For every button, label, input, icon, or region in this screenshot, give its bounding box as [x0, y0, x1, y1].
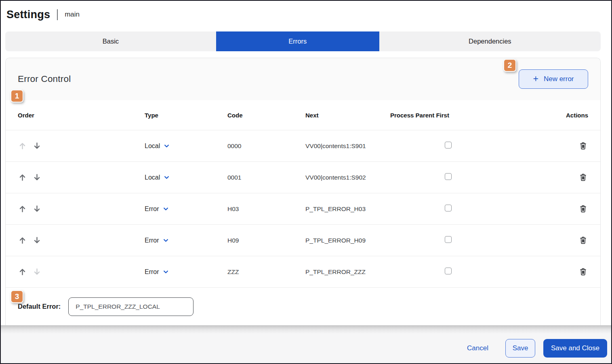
trash-icon — [579, 204, 587, 213]
move-down-button[interactable] — [32, 267, 42, 276]
order-cell — [18, 236, 145, 245]
process-parent-first-checkbox[interactable] — [445, 205, 452, 211]
error-control-panel: Error Control + New error 2 1 Order Type… — [5, 58, 601, 325]
column-header-actions: Actions — [566, 112, 588, 119]
column-header-next: Next — [305, 112, 390, 119]
code-cell: 0001 — [227, 174, 305, 181]
process-parent-first-checkbox[interactable] — [445, 268, 452, 274]
table-row: Error ZZZ P_TPL_ERROR_ZZZ — [6, 256, 600, 288]
next-cell: P_TPL_ERROR_H03 — [305, 205, 390, 213]
plus-icon: + — [533, 74, 538, 84]
chevron-down-icon — [164, 174, 170, 180]
arrow-down-icon — [33, 236, 41, 244]
title-divider — [57, 9, 58, 20]
table-row: Error H09 P_TPL_ERROR_H09 — [6, 225, 600, 256]
type-label: Local — [145, 142, 160, 150]
trash-icon — [579, 236, 587, 245]
arrow-up-icon — [19, 174, 26, 181]
type-label: Error — [145, 268, 159, 276]
order-cell — [18, 173, 145, 182]
type-label: Local — [145, 174, 160, 181]
tab-basic[interactable]: Basic — [5, 31, 216, 51]
column-header-type: Type — [145, 112, 227, 119]
delete-row-button[interactable] — [578, 235, 588, 246]
code-cell: H03 — [227, 205, 305, 213]
tab-dependencies[interactable]: Dependencies — [379, 31, 601, 51]
code-cell: 0000 — [227, 142, 305, 150]
panel-header: Error Control + New error 2 — [6, 58, 600, 100]
tab-errors[interactable]: Errors — [216, 31, 379, 51]
move-down-button[interactable] — [32, 204, 42, 213]
callout-badge-1: 1 — [11, 90, 23, 103]
chevron-down-icon — [164, 143, 170, 149]
delete-row-button[interactable] — [578, 203, 588, 214]
type-select[interactable]: Local — [145, 142, 170, 150]
arrow-up-icon — [19, 205, 26, 213]
process-parent-first-checkbox[interactable] — [445, 142, 452, 149]
default-error-label: Default Error: — [18, 303, 61, 310]
move-down-button[interactable] — [32, 236, 42, 245]
arrow-up-icon — [19, 236, 26, 244]
order-cell — [18, 141, 145, 151]
code-cell: ZZZ — [227, 268, 305, 276]
type-select[interactable]: Error — [145, 237, 169, 244]
chevron-down-icon — [163, 269, 169, 275]
type-select[interactable]: Error — [145, 268, 169, 276]
chevron-down-icon — [163, 237, 169, 243]
move-up-button[interactable] — [18, 236, 27, 245]
trash-icon — [579, 173, 587, 182]
process-parent-first-checkbox[interactable] — [445, 173, 452, 180]
table-row: Local 0001 VV00|contents1:S902 — [6, 162, 600, 193]
move-up-button[interactable] — [18, 204, 27, 213]
type-label: Error — [145, 205, 159, 213]
arrow-down-icon — [33, 174, 41, 181]
next-cell: P_TPL_ERROR_H09 — [305, 237, 390, 244]
save-button[interactable]: Save — [505, 339, 535, 358]
arrow-down-icon — [33, 205, 41, 213]
table-row: Local 0000 VV00|contents1:S901 — [6, 130, 600, 162]
cancel-button[interactable]: Cancel — [465, 344, 491, 353]
settings-window: Settings main Basic Errors Dependencies … — [0, 0, 612, 364]
arrow-up-icon — [19, 268, 26, 276]
move-up-button[interactable] — [18, 173, 27, 182]
chevron-down-icon — [163, 206, 169, 212]
table-row: Error H03 P_TPL_ERROR_H03 — [6, 193, 600, 225]
delete-row-button[interactable] — [578, 266, 588, 277]
delete-row-button[interactable] — [578, 172, 588, 183]
type-select[interactable]: Local — [145, 174, 170, 181]
process-parent-first-checkbox[interactable] — [445, 236, 452, 243]
column-header-code: Code — [227, 112, 305, 119]
panel-drop-shadow — [1, 325, 611, 333]
callout-badge-2: 2 — [503, 59, 516, 72]
arrow-up-icon — [19, 142, 26, 150]
order-cell — [18, 204, 145, 213]
trash-icon — [579, 141, 587, 151]
footer-action-bar: Cancel Save Save and Close — [1, 333, 611, 363]
arrow-down-icon — [33, 142, 41, 150]
next-cell: P_TPL_ERROR_ZZZ — [305, 268, 390, 276]
breadcrumb-main: main — [65, 10, 80, 19]
save-and-close-button[interactable]: Save and Close — [543, 339, 607, 358]
move-up-button[interactable] — [18, 141, 27, 151]
type-select[interactable]: Error — [145, 205, 169, 213]
column-header-order: Order — [18, 112, 145, 119]
code-cell: H09 — [227, 237, 305, 244]
order-cell — [18, 267, 145, 276]
move-down-button[interactable] — [32, 173, 42, 182]
arrow-down-icon — [33, 268, 41, 276]
next-cell: VV00|contents1:S902 — [305, 174, 390, 181]
move-up-button[interactable] — [18, 267, 27, 276]
section-title: Error Control — [18, 74, 71, 84]
next-cell: VV00|contents1:S901 — [305, 142, 390, 150]
table-header-row: Order Type Code Next Process Parent Firs… — [6, 100, 600, 130]
trash-icon — [579, 267, 587, 276]
tab-bar: Basic Errors Dependencies — [5, 31, 601, 51]
new-error-button[interactable]: + New error — [519, 69, 588, 89]
callout-badge-3: 3 — [11, 290, 23, 303]
move-down-button[interactable] — [32, 141, 42, 151]
type-label: Error — [145, 237, 159, 244]
page-title: Settings — [6, 8, 50, 21]
delete-row-button[interactable] — [578, 140, 588, 151]
new-error-label: New error — [544, 75, 574, 83]
default-error-input[interactable] — [68, 297, 193, 316]
